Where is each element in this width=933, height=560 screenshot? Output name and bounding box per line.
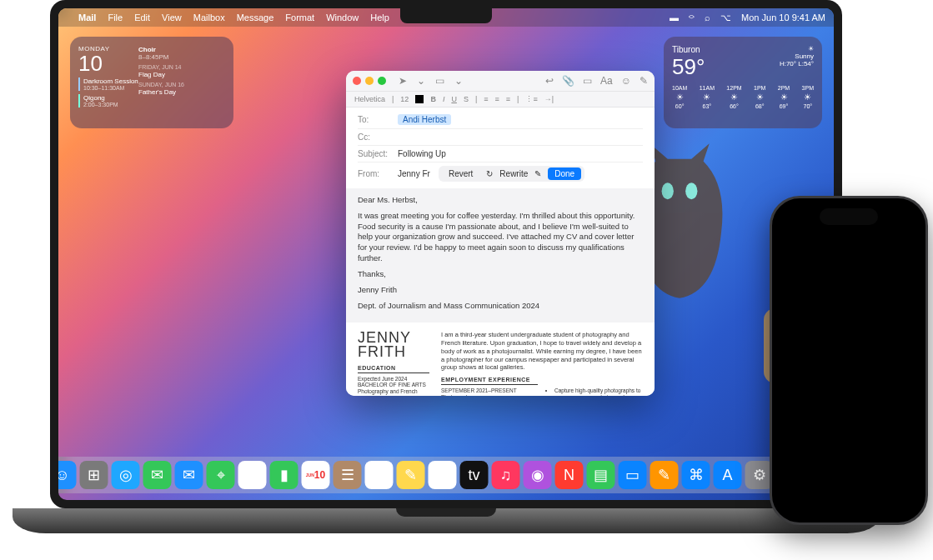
dock-facetime[interactable]: ▮	[270, 461, 298, 489]
dock-mail[interactable]: ✉	[175, 461, 203, 489]
align-center-button[interactable]: ≡	[495, 95, 499, 103]
dock: ☺⊞◎✉✉⌖✿▮JUN10☰☑✎✎tv♫◉N▤▭✎⌘A⚙⬇🗑	[58, 457, 834, 493]
chevron-down-icon[interactable]: ⌄	[417, 75, 425, 87]
menubar-clock[interactable]: Mon Jun 10 9:41 AM	[741, 12, 825, 22]
weather-hilo: H:70° L:54°	[780, 60, 814, 68]
format-bar: Helvetica | 12 B I U S | ≡ ≡ ≡ | ⋮≡ →|	[346, 91, 655, 108]
dock-podcasts[interactable]: ◉	[524, 461, 552, 489]
dock-notes[interactable]: ✎	[397, 461, 425, 489]
subject-field[interactable]: Subject: Following Up	[358, 146, 643, 162]
dock-pages[interactable]: ✎	[650, 461, 679, 489]
iphone	[770, 196, 928, 525]
writing-tools-bar: Revert ↻ Rewrite ✎ Done	[439, 166, 584, 182]
menu-message[interactable]: Message	[237, 12, 274, 22]
dock-contacts[interactable]: ☰	[334, 461, 362, 489]
dock-safari[interactable]: ◎	[112, 461, 140, 489]
sun-icon: ☀	[780, 45, 814, 52]
desktop[interactable]: Mail File Edit View Mailbox Message Form…	[58, 8, 834, 500]
strike-button[interactable]: S	[464, 95, 469, 103]
menu-mailbox[interactable]: Mailbox	[193, 12, 225, 22]
undo-icon[interactable]: ↻	[486, 169, 493, 178]
wifi-icon[interactable]: ⌔	[689, 12, 695, 22]
minimize-button[interactable]	[365, 77, 374, 85]
weather-widget[interactable]: Tiburon 59° ☀ Sunny H:70° L:54° 10AM☀60°…	[664, 37, 822, 128]
indent-button[interactable]: →|	[544, 95, 554, 103]
dock-keynote[interactable]: ▭	[619, 461, 647, 489]
emoji-icon[interactable]: ☺	[621, 75, 631, 87]
font-selector[interactable]: Helvetica	[354, 95, 385, 103]
spotlight-icon[interactable]: ⌕	[705, 12, 710, 22]
markup-icon[interactable]: ✎	[640, 75, 648, 87]
recipient-pill[interactable]: Andi Herbst	[398, 114, 451, 125]
svg-point-0	[662, 182, 674, 199]
dock-freeform[interactable]: ✎	[429, 461, 457, 489]
calendar-widget[interactable]: MONDAY 10 Darkroom Session 10:30–11:30AM…	[70, 37, 233, 128]
color-swatch[interactable]	[415, 95, 424, 103]
weather-hour: 2PM☀69°	[778, 85, 790, 109]
dock-music[interactable]: ♫	[492, 461, 520, 489]
dock-launchpad[interactable]: ⊞	[80, 461, 108, 489]
laptop-base	[13, 508, 880, 533]
app-menu[interactable]: Mail	[78, 12, 96, 22]
menu-help[interactable]: Help	[370, 12, 389, 22]
align-left-button[interactable]: ≡	[484, 95, 488, 103]
menu-format[interactable]: Format	[285, 12, 314, 22]
bold-button[interactable]: B	[430, 95, 436, 103]
to-field[interactable]: To: Andi Herbst	[358, 111, 643, 129]
battery-icon[interactable]: ▬	[670, 12, 679, 22]
cc-field[interactable]: Cc:	[358, 129, 643, 146]
send-icon[interactable]: ➤	[399, 75, 407, 87]
calendar-event: Qigong 2:00–3:30PM	[78, 94, 138, 108]
macbook: Mail File Edit View Mailbox Message Form…	[50, 0, 842, 533]
dock-xcode[interactable]: ⌘	[682, 461, 710, 489]
font-size-selector[interactable]: 12	[400, 95, 409, 103]
control-center-icon[interactable]: ⌥	[720, 12, 731, 23]
weather-hour: 10AM☀60°	[672, 85, 687, 109]
close-button[interactable]	[353, 77, 361, 85]
dock-maps[interactable]: ⌖	[207, 461, 235, 489]
align-right-button[interactable]: ≡	[506, 95, 510, 103]
weather-temp: 59°	[672, 54, 705, 80]
header-fields-icon[interactable]: ▭	[435, 75, 444, 87]
writing-tools-icon[interactable]: ✎	[534, 169, 541, 178]
resume-attachment[interactable]: JENNY FRITH EDUCATION Expected June 2024…	[346, 322, 655, 396]
mail-body[interactable]: Dear Ms. Herbst, It was great meeting yo…	[346, 188, 655, 322]
dock-finder[interactable]: ☺	[58, 461, 77, 489]
revert-button[interactable]: Revert	[442, 168, 479, 180]
dock-appstore[interactable]: A	[714, 461, 742, 489]
zoom-button[interactable]	[378, 77, 386, 85]
resume-bullet: Capture high-quality photographs to acco…	[554, 388, 643, 396]
from-field[interactable]: From: Jenny Fr Revert ↻ Rewrite ✎ Done	[358, 162, 643, 185]
weather-hour: 11AM☀63°	[700, 85, 715, 109]
calendar-event: Darkroom Session 10:30–11:30AM	[78, 78, 138, 91]
italic-button[interactable]: I	[443, 95, 445, 103]
weather-hourly: 10AM☀60°11AM☀63°12PM☀66°1PM☀68°2PM☀69°3P…	[672, 85, 814, 109]
format-icon[interactable]: Aa	[600, 75, 613, 87]
menu-edit[interactable]: Edit	[134, 12, 150, 22]
dock-news[interactable]: N	[555, 461, 584, 489]
reply-icon[interactable]: ↩	[545, 75, 554, 87]
menu-window[interactable]: Window	[326, 12, 359, 22]
photo-icon[interactable]: ▭	[583, 75, 592, 87]
dock-numbers[interactable]: ▤	[587, 461, 615, 489]
underline-button[interactable]: U	[451, 95, 457, 103]
subject-value: Following Up	[398, 149, 446, 158]
dock-messages[interactable]: ✉	[143, 461, 172, 489]
svg-point-1	[685, 182, 697, 199]
weather-location: Tiburon	[672, 45, 705, 54]
weather-hour: 3PM☀70°	[802, 85, 814, 109]
attach-icon[interactable]: 📎	[562, 75, 574, 87]
dock-photos[interactable]: ✿	[238, 461, 267, 489]
dock-tv[interactable]: tv	[460, 461, 489, 489]
dock-calendar[interactable]: JUN10	[302, 461, 330, 489]
rewrite-button[interactable]: Rewrite	[499, 169, 528, 178]
window-titlebar[interactable]: ➤ ⌄ ▭ ⌄ ↩ 📎 ▭ Aa ☺ ✎	[346, 71, 655, 91]
chevron-down-icon[interactable]: ⌄	[454, 75, 463, 87]
dock-reminders[interactable]: ☑	[365, 461, 394, 489]
weather-hour: 1PM☀68°	[754, 85, 765, 109]
list-button[interactable]: ⋮≡	[525, 95, 537, 103]
menu-view[interactable]: View	[162, 12, 182, 22]
done-button[interactable]: Done	[548, 168, 581, 180]
weather-hour: 12PM☀66°	[726, 85, 741, 109]
menu-file[interactable]: File	[108, 12, 123, 22]
